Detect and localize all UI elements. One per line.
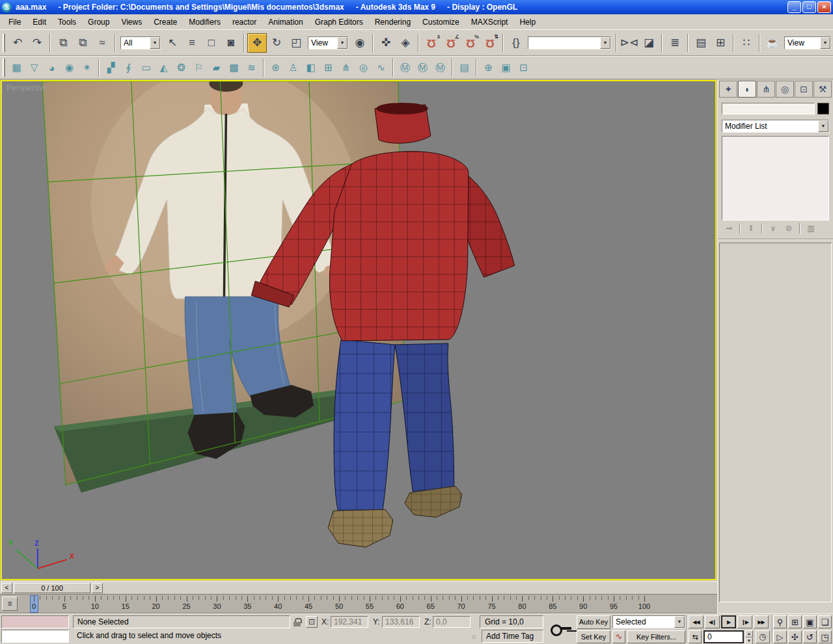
x-coord-field[interactable]: 192,341 [331, 616, 368, 628]
chevron-down-icon[interactable]: ▼ [674, 616, 685, 628]
maximize-button[interactable]: □ [802, 1, 816, 13]
show-end-result-button[interactable]: ‖ [744, 222, 758, 235]
create-soft-body-collection-icon[interactable]: ◕ [43, 59, 61, 77]
create-car-wheel-constraint-icon[interactable]: ◎ [355, 59, 372, 77]
menu-help[interactable]: Help [513, 16, 541, 29]
field-of-view-button[interactable]: ▷ [773, 630, 787, 643]
window-crossing-icon[interactable]: ◙ [221, 33, 241, 53]
create-rigid-body-collection-icon[interactable]: ▦ [8, 59, 25, 77]
go-to-end-button[interactable]: ▶▶ [754, 615, 769, 628]
material-editor-icon[interactable]: ∷ [737, 33, 756, 53]
mirror-icon[interactable]: ⊳⊲ [620, 33, 639, 53]
key-filter-dropdown[interactable]: Selected ▼ [612, 615, 685, 628]
select-and-rotate-icon[interactable]: ↻ [267, 33, 286, 53]
spinner-snap-toggle-icon[interactable]: Ω⇅ [480, 33, 500, 53]
create-cloth-collection-icon[interactable]: ▽ [25, 59, 43, 77]
absolute-mode-transform-toggle[interactable]: ⊡ [306, 616, 318, 628]
tab-utilities[interactable]: ⚒ [813, 81, 832, 98]
chevron-down-icon[interactable]: ▼ [337, 37, 348, 49]
analyze-world-icon[interactable]: ⊕ [480, 59, 497, 77]
create-rope-collection-icon[interactable]: ◉ [61, 59, 78, 77]
create-angular-dashpot-icon[interactable]: ◭ [155, 59, 172, 77]
render-setup-icon[interactable]: ☕ [763, 33, 782, 53]
keyboard-shortcut-override-icon[interactable]: ◈ [396, 33, 415, 53]
modifier-stack-list[interactable] [722, 136, 829, 221]
selection-lock-toggle[interactable] [292, 617, 303, 628]
chevron-down-icon[interactable]: ▼ [820, 37, 830, 49]
menu-customize[interactable]: Customize [416, 16, 465, 29]
y-coord-field[interactable]: 133,616 [382, 616, 420, 628]
object-name-field[interactable] [722, 103, 815, 114]
frame-spinner[interactable]: ▲ ▼ [745, 630, 753, 643]
spinner-up-icon[interactable]: ▲ [745, 630, 753, 637]
current-frame-field[interactable]: 0 [703, 630, 744, 643]
menu-modifiers[interactable]: Modifiers [183, 16, 226, 29]
render-type-dropdown[interactable]: View▼ [784, 36, 831, 49]
zoom-extents-button[interactable]: ▣ [803, 615, 817, 628]
configure-modifier-sets-button[interactable]: ▥ [804, 222, 818, 235]
menu-rendering[interactable]: Rendering [369, 16, 416, 29]
chevron-down-icon[interactable]: ▼ [600, 37, 610, 49]
make-unique-button[interactable]: ∨ [766, 222, 780, 235]
time-slider-handle[interactable]: 0 / 100 [14, 583, 90, 593]
use-pivot-point-center-icon[interactable]: ◉ [350, 33, 370, 53]
open-mini-curve-editor-button[interactable]: ≡ [2, 597, 18, 611]
apply-soft-body-modifier-icon[interactable]: Ⓜ [414, 59, 431, 77]
preview-animation-icon[interactable]: ▣ [497, 59, 515, 77]
object-color-swatch[interactable] [817, 103, 829, 114]
zoom-all-button[interactable]: ⊞ [788, 615, 802, 628]
menu-file[interactable]: File [3, 16, 27, 29]
angle-snap-toggle-icon[interactable]: Ω∠ [441, 33, 461, 53]
align-icon[interactable]: ◪ [639, 33, 659, 53]
create-motor-icon[interactable]: ❂ [172, 59, 190, 77]
zoom-button[interactable]: ⚲ [773, 615, 787, 628]
open-property-editor-icon[interactable]: ▤ [456, 59, 473, 77]
set-keys-button[interactable] [547, 615, 575, 643]
chevron-down-icon[interactable]: ▼ [818, 120, 828, 132]
title-bar[interactable]: S aaa.max- Project Folder: C:\Documents … [0, 0, 833, 14]
modifier-list-dropdown[interactable]: Modifier List ▼ [722, 120, 829, 133]
menu-tools[interactable]: Tools [52, 16, 82, 29]
arc-rotate-button[interactable]: ↺ [803, 630, 817, 643]
viewport-label[interactable]: Perspective [7, 83, 48, 92]
chevron-down-icon[interactable]: ▼ [150, 37, 160, 49]
rectangular-selection-region-icon[interactable]: □ [202, 33, 221, 53]
undo-icon[interactable]: ↶ [8, 33, 27, 53]
tab-display[interactable]: ⊡ [795, 81, 813, 98]
reference-coordinate-system-dropdown[interactable]: View▼ [308, 36, 348, 49]
create-constraint-solver-icon[interactable]: ⊛ [267, 59, 284, 77]
menu-reactor[interactable]: reactor [226, 16, 262, 29]
menu-animation[interactable]: Animation [262, 16, 308, 29]
set-key-button[interactable]: Set Key [577, 630, 610, 643]
pin-stack-button[interactable]: ⊸ [722, 222, 736, 235]
create-fracture-icon[interactable]: ▩ [225, 59, 243, 77]
remove-modifier-button[interactable]: ⊘ [782, 222, 796, 235]
create-linear-dashpot-icon[interactable]: ▭ [137, 59, 155, 77]
create-ragdoll-constraint-icon[interactable]: ♙ [284, 59, 302, 77]
curve-editor-icon[interactable]: ▤ [691, 33, 711, 53]
key-mode-toggle-button[interactable]: ⇆ [689, 630, 702, 643]
create-animation-icon[interactable]: ⊡ [515, 59, 532, 77]
menu-maxscript[interactable]: MAXScript [465, 16, 514, 29]
key-filters-button[interactable]: Key Filters... [627, 630, 685, 643]
percent-snap-toggle-icon[interactable]: Ω% [461, 33, 480, 53]
create-point-path-constraint-icon[interactable]: ∿ [372, 59, 390, 77]
toolbar-grip[interactable] [3, 59, 5, 77]
apply-rope-modifier-icon[interactable]: Ⓜ [431, 59, 449, 77]
tab-create[interactable]: ✦ [719, 81, 737, 98]
create-prismatic-constraint-icon[interactable]: ⋔ [337, 59, 355, 77]
selection-filter-dropdown[interactable]: All▼ [120, 36, 161, 49]
zoom-extents-all-button[interactable]: ❏ [818, 615, 832, 628]
create-plane-icon[interactable]: ▞ [102, 59, 120, 77]
edit-named-selection-sets-icon[interactable]: {} [506, 33, 526, 53]
create-deforming-mesh-collection-icon[interactable]: ✶ [78, 59, 96, 77]
create-water-icon[interactable]: ≋ [243, 59, 260, 77]
time-configuration-button[interactable]: ◷ [756, 630, 770, 643]
play-button[interactable]: ▶ [721, 615, 736, 628]
create-point-point-constraint-icon[interactable]: ⊞ [320, 59, 337, 77]
redo-icon[interactable]: ↷ [27, 33, 47, 53]
snaps-toggle-icon[interactable]: Ω3 [422, 33, 441, 53]
tab-modify[interactable]: ◗ [738, 81, 756, 98]
select-by-name-icon[interactable]: ≡ [182, 33, 202, 53]
go-to-start-button[interactable]: ◀◀ [689, 615, 703, 628]
